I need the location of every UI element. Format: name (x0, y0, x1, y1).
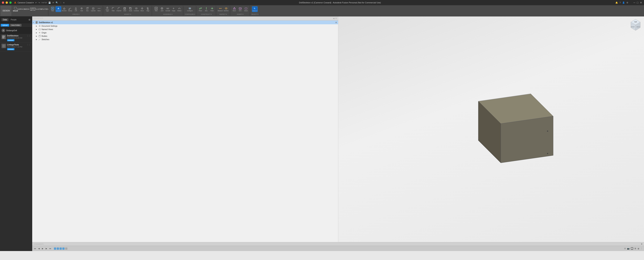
new-component-assemble-button[interactable]: New (153, 6, 159, 12)
shell-button[interactable]: Shell (122, 6, 128, 12)
account-icon[interactable]: 👤 (622, 1, 625, 4)
tree-item-sketches[interactable]: ▶ Sketches (32, 38, 338, 41)
extrude-button[interactable]: Extrude (56, 6, 61, 12)
sidebar: Data People ⚙ Upload New Folder B Bottan… (0, 16, 32, 251)
browser-settings-button[interactable]: ⚙ (335, 17, 337, 20)
toolbar-more[interactable]: ⋮ (60, 1, 62, 4)
search-button[interactable]: 🔍 (56, 1, 58, 4)
tree-item-bodies[interactable]: ▶ Bodies (32, 34, 338, 38)
save-button[interactable]: 💾 (48, 1, 51, 4)
help-icon[interactable]: ? (620, 1, 620, 4)
as-built-joint-button[interactable]: As-Built (165, 6, 170, 12)
render-icon[interactable]: 🔲 (631, 247, 633, 250)
tree-settings-icon[interactable]: ⚙ (335, 21, 337, 23)
sidebar-people-tab[interactable]: People (9, 18, 18, 21)
svg-point-19 (98, 8, 98, 9)
joint-button[interactable]: Joint (159, 6, 165, 12)
measure-button[interactable]: Measure (218, 6, 223, 12)
tree-item-root[interactable]: ▾ DollSkeleton v1 ⚙ (32, 20, 338, 24)
decal-button[interactable]: Decal (243, 6, 249, 12)
mesh-tab-button[interactable]: MESH (24, 6, 30, 12)
view-icon[interactable]: 🖥 (637, 248, 639, 250)
new-component-button[interactable]: New (50, 6, 56, 12)
notification-icon[interactable]: 🔔 (615, 1, 618, 4)
insert-mesh-button[interactable]: Mesh (232, 6, 237, 12)
viewport[interactable]: TOP FRONT RIGHT (338, 16, 644, 242)
motion-link-button[interactable]: Motion (176, 6, 182, 12)
doc-item-dollskeleton[interactable]: DollSkeleton 10/19/2024 9:20 AM Editable… (0, 34, 32, 43)
timeline-icon-2[interactable] (57, 248, 59, 250)
combine-button[interactable]: Combine (134, 6, 139, 12)
redo-button[interactable]: ↪ (38, 1, 40, 4)
utilities-tab-button[interactable]: UTILITIES (42, 6, 47, 12)
timeline-icon-5[interactable] (65, 248, 68, 250)
more-create-button[interactable]: More (96, 6, 102, 12)
construct-group-label: CONSTRUCT ▾ (201, 13, 211, 15)
settings-icon[interactable]: ⚙ (626, 1, 628, 4)
tree-item-origin[interactable]: ▶ Origin (32, 31, 338, 34)
tree-item-document-settings[interactable]: ▶ Document Settings (32, 24, 338, 28)
window-maximize-button[interactable] (9, 1, 12, 4)
undo-button[interactable]: ↩ (35, 1, 37, 4)
orbit-button[interactable]: ⟳ (52, 1, 54, 4)
timeline-first-button[interactable]: ⏮ (34, 247, 36, 250)
browser-expand-button[interactable]: ◀ (333, 17, 334, 20)
sidebar-settings-button[interactable]: ⚙ (28, 18, 30, 21)
timeline-icon-1[interactable] (54, 248, 56, 250)
timeline-last-button[interactable]: ⏭ (49, 247, 52, 250)
tree-icon-doc-settings (38, 25, 41, 27)
sweep-button[interactable]: Sweep (67, 6, 73, 12)
loft-button[interactable]: Loft (73, 6, 79, 12)
grid-icon[interactable]: ⊞ (634, 247, 636, 250)
joint-origin-button[interactable]: Origin (171, 6, 176, 12)
new-folder-button[interactable]: New Folder (10, 24, 22, 26)
press-pull-button[interactable]: Press Pull (104, 6, 110, 12)
cylinder-label: Cylinder (91, 10, 96, 11)
sheetmetal-tab-button[interactable]: SHEET METAL (30, 6, 36, 12)
restore-button[interactable]: □ (637, 1, 638, 4)
surface-tab-button[interactable]: SURFACE (18, 6, 24, 12)
doc-more-dollskeleton[interactable]: ⋮⋮ (27, 35, 30, 37)
display-icon[interactable]: ⊙ (624, 247, 626, 250)
svg-marker-4 (57, 8, 60, 9)
timeline-prev-button[interactable]: ◀ (38, 247, 40, 250)
upload-button[interactable]: Upload (1, 24, 9, 26)
revolve-button[interactable]: Revolve (62, 6, 67, 12)
tree-chevron-origin: ▶ (36, 32, 38, 34)
point-button[interactable]: Point (209, 6, 215, 12)
fillet-button[interactable]: Fillet (110, 6, 116, 12)
hole-button[interactable]: Hole (79, 6, 84, 12)
move-button[interactable]: Move (139, 6, 145, 12)
doc-item-linkagetests[interactable]: LinkageTests 10/17/2024 7:15 PM Editable… (0, 43, 32, 52)
user-account[interactable]: Cameron Coward ▾ (18, 2, 34, 4)
camera-icon[interactable]: 📷 (627, 247, 630, 250)
doc-more-linkagetests[interactable]: ⋮⋮ (27, 44, 30, 46)
nav-cube[interactable]: TOP FRONT RIGHT (629, 18, 642, 31)
timeline-icon-3[interactable] (60, 248, 62, 250)
configure-button[interactable]: Configure (187, 6, 193, 12)
close-button[interactable]: ✕ (640, 1, 642, 4)
offset-plane-button[interactable]: Plane (198, 6, 203, 12)
timeline-play-button[interactable]: ▶ (42, 247, 44, 250)
design-mode-button[interactable]: DESIGN (1, 5, 12, 16)
cylinder-button[interactable]: Cylinder (90, 6, 96, 12)
toolbar-assemble-group: New Joint As-Built Origin Motion ASSEMBL… (152, 5, 183, 16)
window-close-button[interactable] (2, 1, 4, 4)
tree-label-root: DollSkeleton v1 (39, 21, 53, 23)
select-button[interactable]: Select ▾ (252, 6, 258, 12)
comments-expand-button[interactable]: ⚙ (641, 243, 642, 245)
scale-button[interactable]: Scale (128, 6, 133, 12)
more-icon[interactable]: ⋮ (640, 247, 642, 250)
window-minimize-button[interactable] (6, 1, 8, 4)
align-button[interactable]: Align (145, 6, 151, 12)
timeline-next-button[interactable]: ▶ (45, 247, 48, 250)
minimize-button[interactable]: ─ (634, 1, 636, 4)
tree-item-named-views[interactable]: ▶ Named Views (32, 28, 338, 31)
sidebar-data-tab[interactable]: Data (2, 18, 8, 21)
timeline-icon-4[interactable] (62, 248, 64, 250)
interference-button[interactable]: Interfere (223, 6, 229, 12)
box-button[interactable]: Box (84, 6, 90, 12)
chamfer-button[interactable]: Chamfer (116, 6, 122, 12)
insert-svg-button[interactable]: SVG SVG (238, 6, 243, 12)
axis-button[interactable]: Axis (204, 6, 209, 12)
